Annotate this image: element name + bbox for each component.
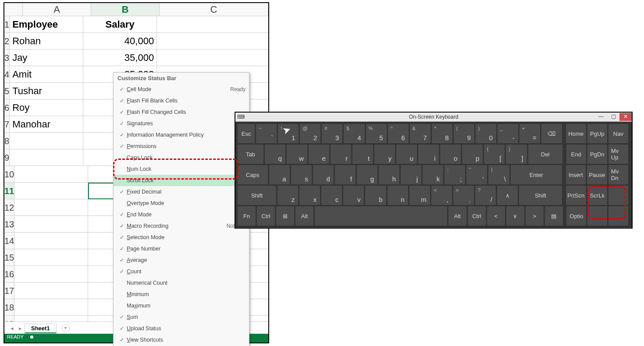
row-header[interactable]: 6 [4,99,10,116]
key-f[interactable]: f [335,165,356,184]
key-pgdn[interactable]: PgDn [587,145,607,164]
key-2[interactable]: @2 [300,124,320,143]
key-;[interactable]: :; [445,165,465,184]
cell[interactable] [14,183,88,199]
cell[interactable] [157,16,268,33]
cell[interactable] [14,199,88,216]
cell[interactable]: Rohan [10,33,83,49]
key-m[interactable]: m [409,186,430,205]
menu-item-sum[interactable]: ✓Sum [114,311,249,323]
key-mvdn[interactable]: Mv Dn [608,165,628,184]
key-0[interactable]: )0 [476,124,496,143]
column-header-b[interactable]: B [91,3,160,16]
column-header-c[interactable]: C [160,3,268,16]
cell[interactable] [10,133,83,149]
minimize-button[interactable]: — [595,113,607,121]
menu-item-cell-mode[interactable]: ✓Cell ModeReady [114,84,249,95]
key-g[interactable]: g [357,165,377,184]
cell[interactable] [14,266,88,282]
key-alt[interactable]: Alt [448,206,466,226]
key-h[interactable]: h [379,165,399,184]
key-e[interactable]: e [309,145,329,164]
key-3[interactable]: #3 [322,124,342,143]
cell[interactable]: 40,000 [83,33,157,49]
cell[interactable]: Jay [10,49,83,66]
key-alt[interactable]: Alt [295,206,313,226]
key-y[interactable]: y [374,145,395,164]
menu-item-caps-lock[interactable]: Caps Lock [114,152,249,163]
menu-item-average[interactable]: ✓Average [114,254,249,266]
key-s[interactable]: s [291,165,312,184]
key-x[interactable]: x [299,186,320,205]
menu-item-maximum[interactable]: Maximum [114,300,249,311]
key-scrlk[interactable]: ScrLk [587,186,607,205]
cell[interactable] [157,49,268,66]
row-header[interactable]: 5 [4,83,10,99]
key-del[interactable]: Del [528,145,562,164]
key->[interactable]: > [526,206,544,226]
key-shift[interactable]: Shift [238,186,276,205]
key-∨[interactable]: ∨ [506,206,524,226]
sheet-tab-active[interactable]: Sheet1 [25,324,57,333]
key-mvup[interactable]: Mv Up [608,145,628,164]
menu-item-signatures[interactable]: ✓Signatures [114,118,249,129]
key-pause[interactable]: Pause [587,165,607,184]
key-`[interactable]: ~` [256,124,277,143]
key-k[interactable]: k [423,165,443,184]
tab-nav-next[interactable]: ▸ [19,325,22,332]
menu-item-view-shortcuts[interactable]: ✓View Shortcuts [114,334,249,346]
row-header[interactable]: 10 [4,166,14,183]
key-,[interactable]: <, [431,186,452,205]
key-home[interactable]: Home [566,124,586,143]
menu-item-information-management-policy[interactable]: ✓Information Management Policy [114,129,249,141]
row-header[interactable]: 8 [4,133,10,149]
key--[interactable]: _- [498,124,518,143]
key-a[interactable]: a [269,165,290,184]
key-/[interactable]: ?/ [475,186,496,205]
row-header[interactable]: 13 [4,216,14,233]
key-9[interactable]: (9 [454,124,474,143]
add-sheet-button[interactable]: + [62,325,70,332]
tab-nav-prev[interactable]: ◂ [11,325,14,332]
key-caps[interactable]: Caps [238,165,268,184]
close-button[interactable]: ✕ [619,113,632,121]
cell[interactable] [14,216,88,233]
row-header[interactable]: 17 [4,282,14,299]
cell[interactable] [14,233,88,249]
key-[[interactable]: {[ [484,145,505,164]
cell[interactable]: 35,000 [83,49,157,66]
key-optio[interactable]: Optio [566,206,586,226]
row-header[interactable]: 12 [4,199,14,216]
macro-record-icon[interactable]: ⏺ [29,334,34,339]
key-blank[interactable] [315,206,447,226]
menu-item-flash-fill-blank-cells[interactable]: ✓Flash Fill Blank Cells [114,95,249,106]
row-header[interactable]: 15 [4,249,14,266]
select-all-corner[interactable] [4,3,23,16]
key-6[interactable]: ^6 [388,124,409,143]
row-header[interactable]: 11 [4,183,14,199]
cell[interactable]: Manohar [10,116,83,133]
key-enter[interactable]: Enter [511,165,562,184]
key-tab[interactable]: Tab [238,145,263,164]
key-c[interactable]: c [321,186,342,205]
cell[interactable] [10,149,83,166]
row-header[interactable]: 9 [4,149,10,166]
key-⊞[interactable]: ⊞ [276,206,294,226]
key-<[interactable]: < [487,206,505,226]
menu-item-macro-recording[interactable]: ✓Macro RecordingNot Rec [114,220,249,232]
key-.[interactable]: >. [453,186,474,205]
cell[interactable]: Salary [83,16,157,33]
maximize-button[interactable]: ▢ [607,113,619,121]
key-z[interactable]: z [278,186,298,205]
key-r[interactable]: r [331,145,351,164]
key-u[interactable]: u [396,145,417,164]
key-ctrl[interactable]: Ctrl [257,206,275,226]
menu-item-page-number[interactable]: ✓Page Number [114,243,249,254]
key-w[interactable]: w [287,145,307,164]
key-q[interactable]: q [265,145,285,164]
key-7[interactable]: &7 [410,124,431,143]
row-header[interactable]: 18 [4,299,14,316]
menu-item-num-lock[interactable]: Num Lock [114,163,249,175]
key-esc[interactable]: Esc [238,124,255,143]
key-blank[interactable] [608,186,628,205]
